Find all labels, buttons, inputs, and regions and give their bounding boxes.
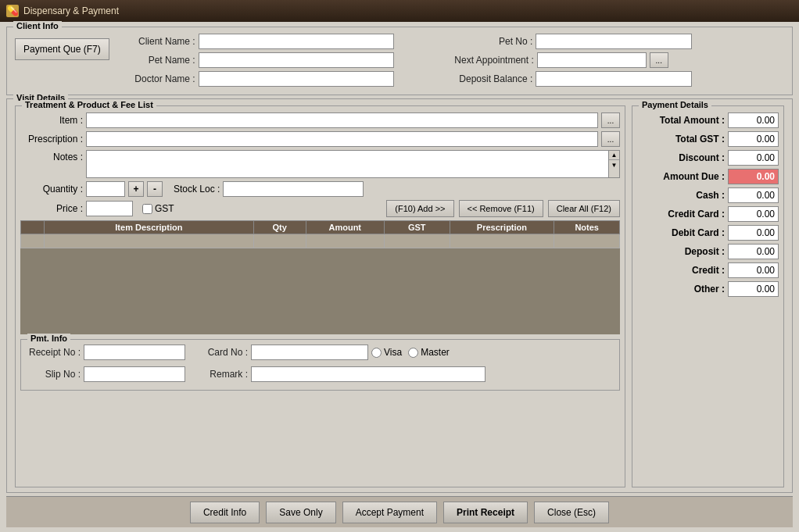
discount-label: Discount : — [654, 152, 725, 163]
client-name-input[interactable] — [199, 34, 394, 49]
credit-value[interactable] — [728, 262, 779, 278]
pet-no-input[interactable] — [536, 34, 692, 49]
debit-card-row: Debit Card : — [637, 225, 779, 241]
deposit-balance-row: Deposit Balance : — [454, 71, 784, 87]
quantity-plus-btn[interactable]: + — [128, 181, 144, 197]
price-label: Price : — [20, 203, 83, 214]
cash-value[interactable] — [728, 187, 779, 203]
row-notes-cell — [554, 234, 620, 248]
visit-details-group: Visit Details Treatment & Product & Fee … — [6, 98, 793, 493]
row-item-cell — [45, 234, 254, 248]
total-gst-value[interactable] — [728, 131, 779, 147]
stock-loc-input[interactable] — [223, 181, 364, 197]
prescription-browse-btn[interactable]: ... — [601, 131, 620, 147]
receipt-no-input[interactable] — [84, 345, 185, 360]
table-header-row: Item Description Qty Amount GST Prescrip… — [21, 221, 620, 234]
deposit-value[interactable] — [728, 244, 779, 259]
prescription-input[interactable] — [86, 131, 598, 147]
doctor-name-input[interactable] — [199, 71, 394, 87]
visit-details-content: Treatment & Product & Fee List Item : ..… — [15, 105, 784, 487]
card-no-label: Card No : — [201, 347, 248, 358]
master-radio-label[interactable]: Master — [408, 347, 450, 358]
client-fields-left: Client Name : Pet Name : Doctor Name : — [117, 34, 447, 90]
gst-checkbox-label[interactable]: GST — [142, 203, 174, 214]
other-row: Other : — [637, 281, 779, 297]
gst-checkbox[interactable] — [142, 204, 152, 214]
accept-payment-button[interactable]: Accept Payment — [342, 502, 437, 523]
notes-scroll-up[interactable]: ▲ — [609, 151, 619, 160]
credit-card-value[interactable] — [728, 206, 779, 222]
next-appointment-label: Next Appointment : — [454, 55, 533, 66]
pet-name-input[interactable] — [199, 52, 394, 68]
pmt-info-title: Pmt. Info — [27, 334, 70, 343]
payment-que-button[interactable]: Payment Que (F7) — [15, 38, 109, 60]
debit-card-label: Debit Card : — [654, 227, 725, 238]
payment-details-box: Payment Details Total Amount : Total GST… — [632, 105, 784, 487]
quantity-input[interactable] — [86, 181, 125, 197]
col-header-gst: GST — [384, 221, 450, 234]
quantity-label: Quantity : — [20, 184, 83, 195]
slip-no-row: Slip No : — [26, 366, 185, 382]
price-input[interactable] — [86, 201, 133, 216]
clear-all-btn[interactable]: Clear All (F12) — [548, 200, 620, 217]
card-type-radio-group: Visa Master — [371, 347, 450, 358]
print-receipt-button[interactable]: Print Receipt — [443, 502, 528, 523]
credit-card-label: Credit Card : — [654, 209, 725, 220]
add-btn[interactable]: (F10) Add >> — [386, 200, 453, 217]
row-prescription-cell — [450, 234, 554, 248]
quantity-stock-row: Quantity : + - Stock Loc : — [20, 181, 620, 197]
pmt-info-content: Receipt No : Slip No : Card No : — [26, 345, 614, 385]
deposit-label: Deposit : — [654, 246, 725, 257]
notes-scroll-down[interactable]: ▼ — [609, 160, 619, 170]
debit-card-value[interactable] — [728, 225, 779, 241]
amount-due-value[interactable] — [728, 169, 779, 184]
doctor-name-label: Doctor Name : — [117, 73, 195, 84]
card-no-row: Card No : Visa Master — [201, 345, 485, 360]
total-amount-value[interactable] — [728, 112, 779, 128]
amount-due-label: Amount Due : — [654, 171, 725, 182]
visa-radio[interactable] — [371, 348, 382, 358]
next-appointment-input[interactable] — [537, 52, 647, 68]
row-amount-cell — [306, 234, 384, 248]
pet-no-label: Pet No : — [454, 36, 532, 47]
save-only-button[interactable]: Save Only — [266, 502, 335, 523]
treatment-box-title: Treatment & Product & Fee List — [22, 100, 156, 109]
pet-no-row: Pet No : — [454, 34, 784, 49]
total-gst-label: Total GST : — [654, 134, 725, 145]
close-button[interactable]: Close (Esc) — [534, 502, 609, 523]
deposit-balance-input[interactable] — [536, 71, 692, 87]
row-qty-cell — [253, 234, 306, 248]
total-amount-row: Total Amount : — [637, 112, 779, 128]
item-input[interactable] — [86, 112, 598, 128]
app-icon: 💊 — [6, 5, 19, 17]
remove-btn[interactable]: << Remove (F11) — [459, 200, 543, 217]
remark-input[interactable] — [251, 366, 485, 382]
item-row: Item : ... — [20, 112, 620, 128]
credit-info-button[interactable]: Credit Info — [190, 502, 260, 523]
col-header-qty: Qty — [253, 221, 306, 234]
pmt-col-left: Receipt No : Slip No : — [26, 345, 185, 385]
notes-scrollbar: ▲ ▼ — [609, 150, 620, 178]
quantity-minus-btn[interactable]: - — [147, 181, 163, 197]
visa-label: Visa — [384, 347, 402, 358]
discount-row: Discount : — [637, 150, 779, 166]
visa-radio-label[interactable]: Visa — [371, 347, 402, 358]
pmt-col-right: Card No : Visa Master — [201, 345, 485, 385]
deposit-balance-label: Deposit Balance : — [454, 73, 532, 84]
pmt-info-box: Pmt. Info Receipt No : Slip No : — [20, 339, 620, 391]
item-label: Item : — [20, 115, 83, 126]
item-browse-btn[interactable]: ... — [601, 112, 620, 128]
next-appointment-row: Next Appointment : ... — [454, 52, 784, 68]
next-appointment-browse-btn[interactable]: ... — [650, 52, 668, 68]
client-info-group: Client Info Payment Que (F7) Client Name… — [6, 27, 793, 95]
item-table: Item Description Qty Amount GST Prescrip… — [20, 220, 620, 248]
slip-no-input[interactable] — [84, 366, 185, 382]
other-value[interactable] — [728, 281, 779, 297]
master-radio[interactable] — [408, 348, 418, 358]
notes-textarea[interactable] — [86, 150, 609, 178]
doctor-name-row: Doctor Name : — [117, 71, 447, 87]
discount-value[interactable] — [728, 150, 779, 166]
card-no-input[interactable] — [251, 345, 368, 360]
amount-due-row: Amount Due : — [637, 169, 779, 184]
cash-row: Cash : — [637, 187, 779, 203]
